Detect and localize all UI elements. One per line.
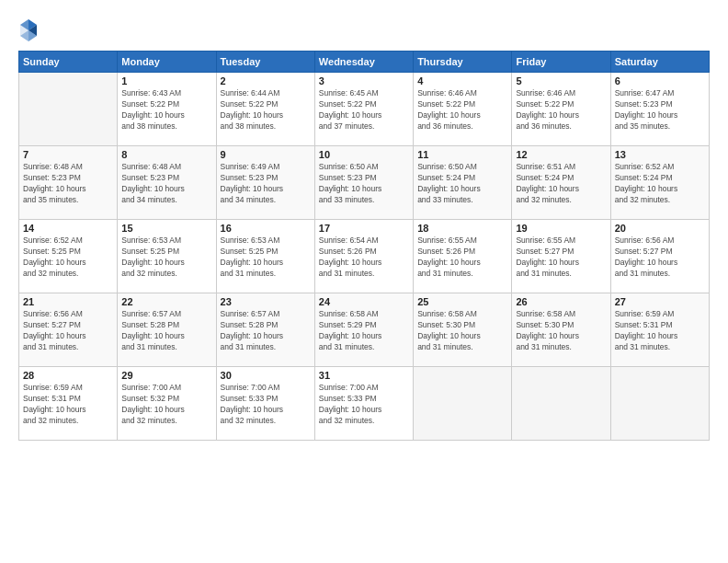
calendar-cell: 14Sunrise: 6:52 AM Sunset: 5:25 PM Dayli… bbox=[19, 220, 118, 293]
day-number: 11 bbox=[417, 149, 507, 160]
calendar-cell: 29Sunrise: 7:00 AM Sunset: 5:32 PM Dayli… bbox=[118, 367, 216, 441]
calendar-cell: 13Sunrise: 6:52 AM Sunset: 5:24 PM Dayli… bbox=[610, 146, 709, 220]
header-section bbox=[18, 14, 710, 43]
day-number: 1 bbox=[121, 75, 211, 86]
day-info: Sunrise: 6:54 AM Sunset: 5:26 PM Dayligh… bbox=[319, 236, 409, 280]
calendar-cell: 1Sunrise: 6:43 AM Sunset: 5:22 PM Daylig… bbox=[118, 73, 216, 146]
calendar-cell: 10Sunrise: 6:50 AM Sunset: 5:23 PM Dayli… bbox=[314, 146, 413, 220]
day-info: Sunrise: 6:43 AM Sunset: 5:22 PM Dayligh… bbox=[121, 88, 211, 132]
day-number: 26 bbox=[516, 296, 606, 307]
calendar-cell: 31Sunrise: 7:00 AM Sunset: 5:33 PM Dayli… bbox=[314, 367, 413, 441]
weekday-header-thursday: Thursday bbox=[414, 52, 512, 73]
day-number: 24 bbox=[319, 296, 409, 307]
day-info: Sunrise: 6:53 AM Sunset: 5:25 PM Dayligh… bbox=[221, 236, 311, 280]
weekday-header-tuesday: Tuesday bbox=[216, 52, 314, 73]
day-number: 22 bbox=[121, 296, 211, 307]
day-number: 12 bbox=[516, 149, 606, 160]
day-number: 14 bbox=[23, 223, 113, 234]
week-row-5: 28Sunrise: 6:59 AM Sunset: 5:31 PM Dayli… bbox=[19, 367, 710, 441]
day-info: Sunrise: 6:53 AM Sunset: 5:25 PM Dayligh… bbox=[121, 236, 211, 280]
day-number: 19 bbox=[516, 223, 606, 234]
day-info: Sunrise: 6:46 AM Sunset: 5:22 PM Dayligh… bbox=[417, 88, 507, 132]
week-row-4: 21Sunrise: 6:56 AM Sunset: 5:27 PM Dayli… bbox=[19, 293, 710, 367]
day-number: 16 bbox=[221, 223, 311, 234]
week-row-1: 1Sunrise: 6:43 AM Sunset: 5:22 PM Daylig… bbox=[19, 73, 710, 146]
day-number: 28 bbox=[23, 370, 113, 381]
calendar-cell: 21Sunrise: 6:56 AM Sunset: 5:27 PM Dayli… bbox=[19, 293, 118, 367]
day-info: Sunrise: 6:56 AM Sunset: 5:27 PM Dayligh… bbox=[615, 236, 705, 280]
day-info: Sunrise: 6:44 AM Sunset: 5:22 PM Dayligh… bbox=[221, 88, 311, 132]
day-info: Sunrise: 7:00 AM Sunset: 5:33 PM Dayligh… bbox=[319, 383, 409, 427]
day-number: 25 bbox=[417, 296, 507, 307]
weekday-header-row: SundayMondayTuesdayWednesdayThursdayFrid… bbox=[19, 52, 710, 73]
day-info: Sunrise: 7:00 AM Sunset: 5:32 PM Dayligh… bbox=[121, 383, 211, 427]
calendar-cell: 11Sunrise: 6:50 AM Sunset: 5:24 PM Dayli… bbox=[414, 146, 512, 220]
day-number: 8 bbox=[121, 149, 211, 160]
day-info: Sunrise: 6:58 AM Sunset: 5:30 PM Dayligh… bbox=[417, 309, 507, 353]
day-info: Sunrise: 6:56 AM Sunset: 5:27 PM Dayligh… bbox=[23, 309, 113, 353]
calendar-cell bbox=[512, 367, 610, 441]
day-info: Sunrise: 6:48 AM Sunset: 5:23 PM Dayligh… bbox=[23, 162, 113, 206]
calendar-cell: 18Sunrise: 6:55 AM Sunset: 5:26 PM Dayli… bbox=[414, 220, 512, 293]
logo-icon bbox=[18, 17, 39, 43]
weekday-header-saturday: Saturday bbox=[610, 52, 709, 73]
day-number: 2 bbox=[221, 75, 311, 86]
calendar-cell: 28Sunrise: 6:59 AM Sunset: 5:31 PM Dayli… bbox=[19, 367, 118, 441]
day-number: 29 bbox=[121, 370, 211, 381]
day-number: 6 bbox=[615, 75, 705, 86]
calendar-cell: 2Sunrise: 6:44 AM Sunset: 5:22 PM Daylig… bbox=[216, 73, 314, 146]
calendar-cell: 12Sunrise: 6:51 AM Sunset: 5:24 PM Dayli… bbox=[512, 146, 610, 220]
calendar-cell: 24Sunrise: 6:58 AM Sunset: 5:29 PM Dayli… bbox=[314, 293, 413, 367]
logo bbox=[18, 17, 41, 43]
day-number: 17 bbox=[319, 223, 409, 234]
day-info: Sunrise: 6:48 AM Sunset: 5:23 PM Dayligh… bbox=[121, 162, 211, 206]
day-info: Sunrise: 6:52 AM Sunset: 5:25 PM Dayligh… bbox=[23, 236, 113, 280]
day-info: Sunrise: 6:59 AM Sunset: 5:31 PM Dayligh… bbox=[615, 309, 705, 353]
weekday-header-wednesday: Wednesday bbox=[314, 52, 413, 73]
day-info: Sunrise: 6:55 AM Sunset: 5:26 PM Dayligh… bbox=[417, 236, 507, 280]
day-info: Sunrise: 6:49 AM Sunset: 5:23 PM Dayligh… bbox=[221, 162, 311, 206]
day-number: 31 bbox=[319, 370, 409, 381]
calendar-cell bbox=[19, 73, 118, 146]
calendar-cell: 26Sunrise: 6:58 AM Sunset: 5:30 PM Dayli… bbox=[512, 293, 610, 367]
day-number: 15 bbox=[121, 223, 211, 234]
calendar-cell: 16Sunrise: 6:53 AM Sunset: 5:25 PM Dayli… bbox=[216, 220, 314, 293]
calendar-cell: 30Sunrise: 7:00 AM Sunset: 5:33 PM Dayli… bbox=[216, 367, 314, 441]
calendar-cell: 19Sunrise: 6:55 AM Sunset: 5:27 PM Dayli… bbox=[512, 220, 610, 293]
day-info: Sunrise: 6:58 AM Sunset: 5:29 PM Dayligh… bbox=[319, 309, 409, 353]
weekday-header-monday: Monday bbox=[118, 52, 216, 73]
calendar-cell: 17Sunrise: 6:54 AM Sunset: 5:26 PM Dayli… bbox=[314, 220, 413, 293]
day-number: 27 bbox=[615, 296, 705, 307]
day-number: 18 bbox=[417, 223, 507, 234]
calendar-cell: 7Sunrise: 6:48 AM Sunset: 5:23 PM Daylig… bbox=[19, 146, 118, 220]
day-info: Sunrise: 6:52 AM Sunset: 5:24 PM Dayligh… bbox=[615, 162, 705, 206]
day-info: Sunrise: 6:51 AM Sunset: 5:24 PM Dayligh… bbox=[516, 162, 606, 206]
calendar-cell bbox=[610, 367, 709, 441]
day-info: Sunrise: 6:47 AM Sunset: 5:23 PM Dayligh… bbox=[615, 88, 705, 132]
page: SundayMondayTuesdayWednesdayThursdayFrid… bbox=[0, 0, 728, 563]
day-number: 4 bbox=[417, 75, 507, 86]
week-row-3: 14Sunrise: 6:52 AM Sunset: 5:25 PM Dayli… bbox=[19, 220, 710, 293]
weekday-header-friday: Friday bbox=[512, 52, 610, 73]
day-info: Sunrise: 6:45 AM Sunset: 5:22 PM Dayligh… bbox=[319, 88, 409, 132]
calendar-table: SundayMondayTuesdayWednesdayThursdayFrid… bbox=[18, 51, 710, 441]
calendar-cell: 23Sunrise: 6:57 AM Sunset: 5:28 PM Dayli… bbox=[216, 293, 314, 367]
day-number: 3 bbox=[319, 75, 409, 86]
day-info: Sunrise: 6:55 AM Sunset: 5:27 PM Dayligh… bbox=[516, 236, 606, 280]
day-number: 23 bbox=[221, 296, 311, 307]
day-info: Sunrise: 6:58 AM Sunset: 5:30 PM Dayligh… bbox=[516, 309, 606, 353]
calendar-cell: 5Sunrise: 6:46 AM Sunset: 5:22 PM Daylig… bbox=[512, 73, 610, 146]
calendar-cell: 15Sunrise: 6:53 AM Sunset: 5:25 PM Dayli… bbox=[118, 220, 216, 293]
day-number: 7 bbox=[23, 149, 113, 160]
day-info: Sunrise: 6:57 AM Sunset: 5:28 PM Dayligh… bbox=[221, 309, 311, 353]
weekday-header-sunday: Sunday bbox=[19, 52, 118, 73]
day-number: 21 bbox=[23, 296, 113, 307]
week-row-2: 7Sunrise: 6:48 AM Sunset: 5:23 PM Daylig… bbox=[19, 146, 710, 220]
day-info: Sunrise: 6:57 AM Sunset: 5:28 PM Dayligh… bbox=[121, 309, 211, 353]
day-number: 10 bbox=[319, 149, 409, 160]
calendar-cell: 9Sunrise: 6:49 AM Sunset: 5:23 PM Daylig… bbox=[216, 146, 314, 220]
day-number: 30 bbox=[221, 370, 311, 381]
day-info: Sunrise: 6:50 AM Sunset: 5:23 PM Dayligh… bbox=[319, 162, 409, 206]
day-info: Sunrise: 7:00 AM Sunset: 5:33 PM Dayligh… bbox=[221, 383, 311, 427]
day-number: 13 bbox=[615, 149, 705, 160]
